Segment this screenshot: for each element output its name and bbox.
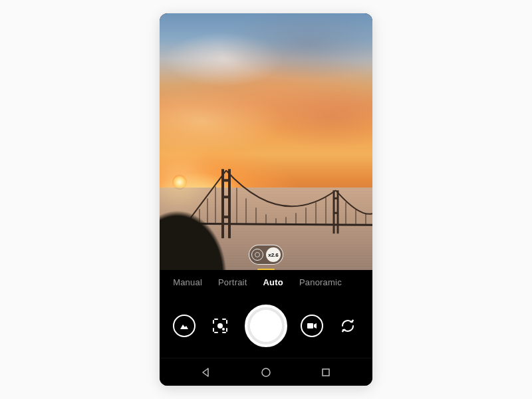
nav-back-icon bbox=[201, 368, 211, 377]
svg-point-17 bbox=[217, 323, 223, 329]
camera-app: x2.6 Manual Portrait Auto Panoramic bbox=[160, 13, 372, 386]
shutter-button[interactable] bbox=[245, 305, 287, 347]
video-icon bbox=[307, 322, 317, 330]
zoom-control[interactable]: x2.6 bbox=[249, 245, 283, 265]
switch-camera-icon bbox=[338, 317, 357, 335]
lens-icon bbox=[251, 249, 263, 261]
svg-point-24 bbox=[262, 368, 270, 376]
svg-point-18 bbox=[222, 328, 225, 331]
nav-recent-button[interactable] bbox=[313, 362, 339, 382]
nav-home-button[interactable] bbox=[253, 362, 279, 382]
svg-marker-20 bbox=[314, 323, 317, 329]
viewfinder[interactable]: x2.6 bbox=[160, 13, 372, 270]
mode-panoramic[interactable]: Panoramic bbox=[299, 277, 342, 287]
mode-portrait[interactable]: Portrait bbox=[218, 277, 247, 287]
nav-home-icon bbox=[261, 367, 271, 378]
mode-auto[interactable]: Auto bbox=[263, 277, 283, 287]
svg-marker-16 bbox=[180, 325, 188, 329]
controls-row bbox=[160, 294, 372, 358]
svg-marker-23 bbox=[203, 368, 208, 376]
lens-search-icon bbox=[211, 317, 229, 335]
switch-camera-button[interactable] bbox=[336, 315, 359, 337]
scene-foreground-hill bbox=[160, 168, 259, 270]
svg-rect-19 bbox=[307, 323, 313, 329]
nav-recent-icon bbox=[321, 368, 331, 377]
mode-manual[interactable]: Manual bbox=[173, 277, 202, 287]
svg-rect-25 bbox=[323, 369, 329, 376]
zoom-value[interactable]: x2.6 bbox=[266, 247, 281, 262]
lens-button[interactable] bbox=[209, 315, 231, 337]
gallery-icon bbox=[179, 321, 190, 331]
gallery-button[interactable] bbox=[173, 315, 196, 337]
nav-back-button[interactable] bbox=[193, 362, 219, 382]
video-button[interactable] bbox=[301, 315, 323, 337]
mode-strip: Manual Portrait Auto Panoramic bbox=[160, 270, 372, 294]
system-nav-bar bbox=[160, 358, 372, 386]
